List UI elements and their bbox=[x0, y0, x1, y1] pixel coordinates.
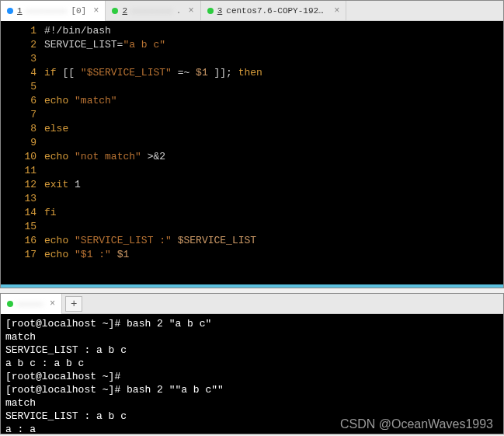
code-line: 15 bbox=[1, 220, 503, 234]
close-icon[interactable]: × bbox=[334, 5, 339, 16]
code-line: 4if [[ "$SERVICE_LIST" =~ $1 ]]; then bbox=[1, 66, 503, 80]
line-number: 13 bbox=[1, 192, 44, 206]
line-number: 7 bbox=[1, 108, 44, 122]
code-line: 3 bbox=[1, 52, 503, 66]
line-number: 6 bbox=[1, 94, 44, 108]
code-editor[interactable]: 1#!/bin/bash2SERVICE_LIST="a b c"34if [[… bbox=[1, 21, 503, 288]
tab-number: 3 bbox=[217, 6, 223, 16]
code-line: 14fi bbox=[1, 206, 503, 220]
tab-number: 2 bbox=[122, 6, 127, 16]
code-text: echo "match" bbox=[44, 94, 117, 108]
close-icon[interactable]: × bbox=[188, 5, 193, 16]
code-line: 9 bbox=[1, 136, 503, 150]
line-number: 17 bbox=[1, 248, 44, 262]
close-icon[interactable]: × bbox=[93, 5, 99, 16]
editor-window: 1 ————————[0]×2 ————————.×3 centos7.6-CO… bbox=[0, 0, 504, 288]
editor-tab-1[interactable]: 2 ————————.× bbox=[106, 1, 200, 21]
status-dot-icon bbox=[112, 8, 118, 14]
code-text: #!/bin/bash bbox=[44, 24, 111, 38]
terminal-line: a b c : a b c bbox=[5, 357, 499, 370]
code-line: 6echo "match" bbox=[1, 94, 503, 108]
terminal-line: [root@localhost ~]# bash 2 "a b c" bbox=[5, 317, 499, 330]
line-number: 16 bbox=[1, 234, 44, 248]
code-line: 17echo "$1 :" $1 bbox=[1, 248, 503, 262]
code-line: 5 bbox=[1, 80, 503, 94]
terminal-line: SERVICE_LIST : a b c bbox=[5, 410, 499, 423]
code-text: echo "$1 :" $1 bbox=[44, 248, 129, 262]
status-dot-icon bbox=[7, 8, 13, 14]
terminal-line: a : a bbox=[5, 423, 499, 434]
terminal-line: match bbox=[5, 330, 499, 344]
code-line: 16echo "SERVICE_LIST :" $SERVICE_LIST bbox=[1, 234, 503, 248]
tab-badge: [0] bbox=[71, 6, 86, 16]
editor-tab-bar: 1 ————————[0]×2 ————————.×3 centos7.6-CO… bbox=[1, 1, 503, 21]
code-text: else bbox=[44, 122, 68, 136]
code-text: fi bbox=[44, 206, 57, 220]
code-text: echo "SERVICE_LIST :" $SERVICE_LIST bbox=[44, 234, 256, 248]
code-line: 7 bbox=[1, 108, 503, 122]
terminal-line: match bbox=[5, 396, 499, 410]
code-line: 10echo "not match" >&2 bbox=[1, 150, 503, 164]
status-dot-icon bbox=[207, 8, 214, 14]
close-icon[interactable]: × bbox=[50, 298, 55, 309]
line-number: 9 bbox=[1, 136, 44, 150]
tab-badge: . bbox=[176, 6, 182, 16]
line-number: 8 bbox=[1, 122, 44, 136]
terminal-window: —————×+ [root@localhost ~]# bash 2 "a b … bbox=[0, 293, 504, 434]
terminal-tab-0[interactable]: —————× bbox=[1, 294, 62, 314]
line-number: 11 bbox=[1, 164, 44, 178]
code-line: 12exit 1 bbox=[1, 178, 503, 192]
editor-tab-0[interactable]: 1 ————————[0]× bbox=[1, 1, 106, 21]
new-tab-button[interactable]: + bbox=[65, 296, 82, 312]
terminal-line: [root@localhost ~]# bash 2 ""a b c"" bbox=[5, 383, 499, 396]
code-line: 2SERVICE_LIST="a b c" bbox=[1, 38, 503, 52]
code-text: exit 1 bbox=[44, 178, 81, 192]
terminal-tab-bar: —————×+ bbox=[1, 294, 503, 314]
line-number: 14 bbox=[1, 206, 44, 220]
code-line: 1#!/bin/bash bbox=[1, 24, 503, 38]
status-dot-icon bbox=[7, 301, 13, 307]
line-number: 12 bbox=[1, 178, 44, 192]
line-number: 3 bbox=[1, 52, 44, 66]
line-number: 10 bbox=[1, 150, 44, 164]
code-line: 13 bbox=[1, 192, 503, 206]
line-number: 15 bbox=[1, 220, 44, 234]
line-number: 2 bbox=[1, 38, 44, 52]
code-text: if [[ "$SERVICE_LIST" =~ $1 ]]; then bbox=[44, 66, 262, 80]
terminal-line: [root@localhost ~]# bbox=[5, 370, 499, 383]
code-text: echo "not match" >&2 bbox=[44, 150, 165, 164]
line-number: 1 bbox=[1, 24, 44, 38]
code-line: 8else bbox=[1, 122, 503, 136]
terminal-line: SERVICE_LIST : a b c bbox=[5, 344, 499, 357]
code-line: 11 bbox=[1, 164, 503, 178]
line-number: 5 bbox=[1, 80, 44, 94]
line-number: 4 bbox=[1, 66, 44, 80]
terminal-output[interactable]: [root@localhost ~]# bash 2 "a b c"matchS… bbox=[1, 314, 503, 434]
editor-tab-2[interactable]: 3 centos7.6-COPY-192.168.2.1...× bbox=[201, 1, 347, 21]
tab-number: 1 bbox=[17, 6, 23, 16]
code-text: SERVICE_LIST="a b c" bbox=[44, 38, 165, 52]
